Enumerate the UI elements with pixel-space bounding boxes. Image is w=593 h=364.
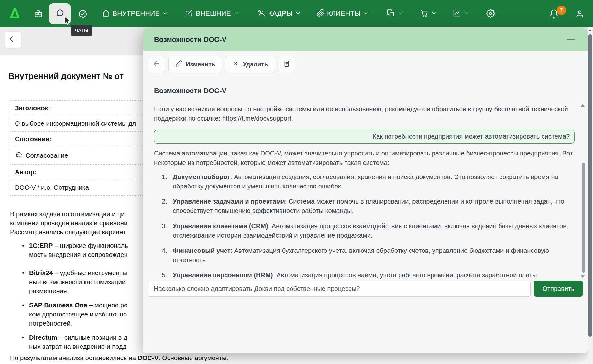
- cart-icon: [420, 9, 428, 17]
- chevron-down-icon: [295, 10, 301, 16]
- field-label-state: Состояние:: [10, 132, 143, 147]
- menu-clients[interactable]: КЛИЕНТЫ: [316, 9, 369, 17]
- briefcase-icon[interactable]: [34, 10, 43, 18]
- chat-message-input[interactable]: [148, 281, 531, 297]
- app-logo[interactable]: Δ: [10, 7, 22, 20]
- arrow-left-icon: [9, 35, 17, 45]
- copy-icon: [387, 9, 395, 17]
- minimize-icon[interactable]: [567, 39, 575, 40]
- documents-dropdown[interactable]: [387, 9, 403, 17]
- list-item: Directum – сильные позиции в д ных затра…: [19, 333, 128, 351]
- scroll-up-arrow[interactable]: [588, 29, 592, 31]
- modal-header[interactable]: Возможности DOC-V: [143, 28, 588, 51]
- state-value-text: Согласование: [26, 152, 68, 159]
- list-item: Документооборот: Автоматизация создания,…: [162, 172, 575, 191]
- settings-gear-icon[interactable]: [486, 9, 495, 18]
- mouse-cursor: [63, 16, 72, 27]
- menu-external-label: ВНЕШНИЕ: [196, 9, 231, 17]
- window-scrollbar-thumb[interactable]: [588, 34, 592, 337]
- list-item: Управление задачами и проектами: Система…: [162, 197, 575, 216]
- document-fields-table: Заголовок: О выборе информационной систе…: [10, 100, 143, 196]
- list-item: Управление персоналом (HRM): Автоматизац…: [162, 271, 575, 280]
- list-item: 1С:ERP – широкие функциональ мость внедр…: [19, 241, 128, 259]
- document-view-button[interactable]: [278, 56, 295, 73]
- field-value-author: DOC-V / и.о. Сотрудника: [10, 180, 143, 196]
- support-link[interactable]: https://t.me/docvsupport: [222, 115, 291, 122]
- send-button[interactable]: Отправить: [534, 281, 583, 297]
- content-scrollbar-thumb[interactable]: [582, 163, 585, 273]
- x-icon: [232, 60, 239, 69]
- list-item: SAP Business One – мощное ре ком дорогос…: [19, 301, 128, 328]
- chevron-down-icon: [363, 10, 369, 16]
- user-question-bubble: Как потребности предприятия может автома…: [154, 130, 575, 144]
- page-back-button[interactable]: [5, 31, 21, 48]
- chat-heading: Возможности DOC-V: [154, 86, 575, 95]
- capabilities-list: Документооборот: Автоматизация создания,…: [162, 172, 575, 280]
- document-title: Внутренний документ № от: [8, 71, 124, 81]
- chat-modal: Возможности DOC-V Изменить: [143, 28, 588, 353]
- menu-internal-label: ВНУТРЕННИЕ: [113, 9, 160, 17]
- chevron-down-icon: [464, 10, 469, 16]
- chats-tooltip: ЧАТЫ: [71, 25, 92, 36]
- chevron-down-icon: [162, 10, 168, 16]
- field-label-author: Автор:: [10, 165, 143, 180]
- user-profile-icon[interactable]: [575, 9, 584, 18]
- field-value-state: Согласование: [10, 147, 143, 165]
- answer-intro-paragraph: Система автоматизации, такая как DOC-V, …: [154, 149, 575, 167]
- edit-button-label: Изменить: [186, 61, 215, 68]
- menu-hr-label: КАДРЫ: [268, 9, 292, 17]
- menu-hr[interactable]: КАДРЫ: [257, 9, 301, 17]
- tasks-check-icon[interactable]: [78, 9, 87, 18]
- list-item: Bitrix24 – удобные инструменты ные возмо…: [19, 268, 128, 295]
- people-icon: [257, 9, 266, 17]
- list-item: Управление клиентами (CRM): Автоматизаци…: [162, 221, 575, 240]
- top-navbar: Δ ВНУТРЕННИЕ: [0, 0, 593, 27]
- chat-intro-paragraph: Если у вас возникли вопросы по настройке…: [154, 104, 575, 123]
- modal-title: Возможности DOC-V: [154, 36, 226, 44]
- content-scroll-up-arrow[interactable]: [581, 104, 585, 107]
- edit-button[interactable]: Изменить: [168, 56, 222, 73]
- pencil-icon: [175, 60, 182, 69]
- delete-button-label: Удалить: [243, 61, 268, 68]
- chat-input-row: Отправить: [148, 281, 583, 298]
- external-link-icon: [185, 9, 193, 17]
- chevron-down-icon: [431, 10, 437, 16]
- notification-badge[interactable]: 7: [557, 6, 566, 15]
- menu-external[interactable]: ВНЕШНИЕ: [185, 9, 239, 17]
- chevron-down-icon: [398, 10, 403, 16]
- delete-button[interactable]: Удалить: [225, 56, 275, 73]
- menu-clients-label: КЛИЕНТЫ: [327, 9, 361, 17]
- chart-icon: [453, 9, 461, 17]
- chevron-down-icon: [234, 10, 239, 16]
- content-scroll-down-arrow[interactable]: [581, 275, 585, 278]
- home-icon: [102, 9, 110, 17]
- document-page: Внутренний документ № от Заголовок: О вы…: [0, 55, 143, 364]
- paperclip-icon: [316, 9, 324, 17]
- modal-back-button[interactable]: [148, 56, 165, 73]
- arrow-left-icon: [153, 60, 160, 69]
- list-item: Финансовый учет: Автоматизация бухгалтер…: [162, 246, 575, 265]
- menu-internal[interactable]: ВНУТРЕННИЕ: [102, 9, 168, 17]
- modal-toolbar: Изменить Удалить: [143, 51, 588, 78]
- store-dropdown[interactable]: [420, 9, 437, 17]
- document-bullet-list: 1С:ERP – широкие функциональ мость внедр…: [19, 241, 128, 351]
- window-scrollbar[interactable]: [588, 27, 593, 364]
- chat-content[interactable]: Возможности DOC-V Если у вас возникли во…: [143, 78, 588, 281]
- document-paragraph: В рамках задачи по оптимизации и ци комп…: [10, 209, 127, 237]
- analytics-dropdown[interactable]: [453, 9, 469, 17]
- field-value-header: О выборе информационной системы дл: [10, 116, 143, 132]
- speech-bubble-icon: [15, 151, 23, 160]
- document-footer-line: По результатам анализа остановились на D…: [10, 354, 228, 362]
- document-icon: [283, 60, 290, 69]
- field-label-header: Заголовок:: [10, 101, 143, 116]
